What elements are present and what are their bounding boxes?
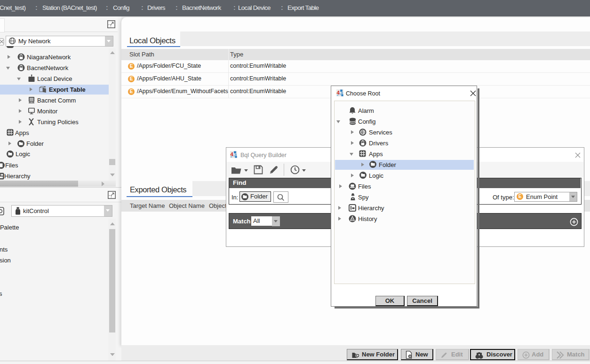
svg-text:4: 4 — [337, 90, 340, 95]
svg-text:4: 4 — [231, 151, 234, 157]
